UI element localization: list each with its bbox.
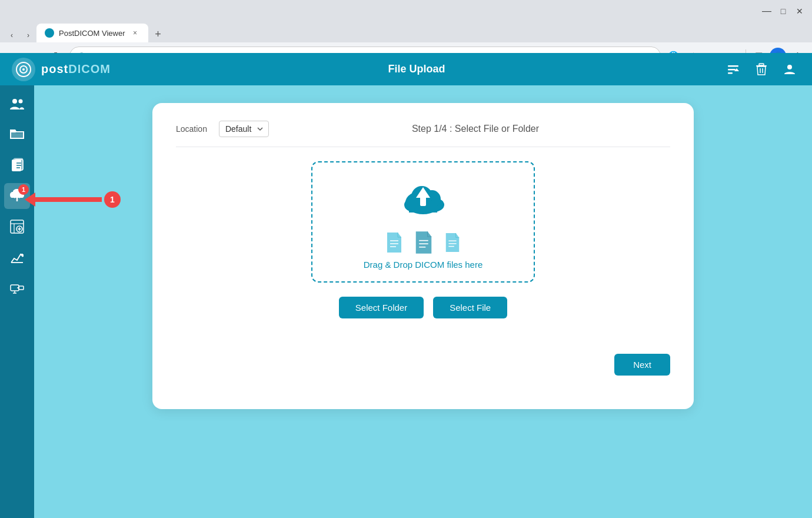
patients-icon xyxy=(9,97,25,112)
svg-point-11 xyxy=(787,65,792,69)
upload-panel: Location Default Step 1/4 : Select File … xyxy=(152,103,694,409)
drop-text: Drag & Drop DICOM files here xyxy=(364,260,483,270)
browser-titlebar: — □ ✕ xyxy=(0,0,812,22)
delete-button[interactable] xyxy=(751,59,772,80)
maximize-button[interactable]: □ xyxy=(776,4,791,19)
top-nav-actions xyxy=(723,59,800,80)
drop-zone[interactable]: Drag & Drop DICOM files here xyxy=(311,161,535,283)
sidebar-item-folders[interactable] xyxy=(4,122,30,148)
sort-icon xyxy=(727,63,740,76)
file-icons-row xyxy=(385,230,461,255)
next-btn-row: Next xyxy=(176,354,670,376)
worklist-icon xyxy=(9,219,25,234)
browser-chrome: — □ ✕ ‹ › PostDICOM Viewer × + ← → ↻ 🔒 g… xyxy=(0,0,812,53)
top-nav: postDICOM File Upload xyxy=(0,53,812,85)
file-icon-3 xyxy=(444,232,461,253)
window-close-button[interactable]: ✕ xyxy=(792,4,807,19)
trash-icon xyxy=(756,63,767,76)
logo-icon xyxy=(12,58,35,81)
minimize-button[interactable]: — xyxy=(759,4,774,19)
svg-rect-4 xyxy=(728,69,736,71)
sidebar: 1 xyxy=(0,85,34,518)
svg-point-13 xyxy=(19,99,23,104)
user-icon xyxy=(783,63,796,76)
new-tab-button[interactable]: + xyxy=(149,26,166,42)
sidebar-item-patients[interactable] xyxy=(4,91,30,117)
tab-title-text: PostDICOM Viewer xyxy=(59,29,125,38)
user-button[interactable] xyxy=(779,59,800,80)
logo-svg xyxy=(15,61,32,78)
tab-back-btn[interactable]: ‹ xyxy=(5,28,19,42)
next-button[interactable]: Next xyxy=(614,354,670,376)
sidebar-item-worklist[interactable] xyxy=(4,214,30,240)
folders-icon xyxy=(9,128,25,141)
file-icon-1 xyxy=(385,231,404,254)
svg-point-12 xyxy=(12,99,17,104)
svg-rect-29 xyxy=(19,286,24,290)
select-file-button[interactable]: Select File xyxy=(433,297,507,318)
button-row: Select Folder Select File xyxy=(176,297,670,318)
reports-icon xyxy=(9,250,25,265)
logo-text: postDICOM xyxy=(41,62,111,76)
browser-tab-active[interactable]: PostDICOM Viewer × xyxy=(36,24,148,42)
remote-icon xyxy=(9,280,25,295)
app-container: postDICOM File Upload xyxy=(0,53,812,518)
location-select[interactable]: Default xyxy=(219,121,269,137)
step-label: Step 1/4 : Select File or Folder xyxy=(281,124,670,134)
svg-rect-5 xyxy=(728,72,733,74)
panel-header: Location Default Step 1/4 : Select File … xyxy=(176,121,670,147)
svg-rect-42 xyxy=(420,197,426,206)
sort-button[interactable] xyxy=(723,59,744,80)
upload-badge: 1 xyxy=(18,184,29,195)
sidebar-item-upload[interactable]: 1 xyxy=(4,183,30,209)
tab-forward-btn[interactable]: › xyxy=(21,28,35,42)
page-title: File Upload xyxy=(111,63,723,75)
sidebar-item-documents[interactable] xyxy=(4,152,30,178)
location-label: Location xyxy=(176,124,207,134)
cloud-upload-icon xyxy=(400,180,447,221)
svg-point-2 xyxy=(22,68,25,71)
logo-text-accent: DICOM xyxy=(68,62,111,75)
file-icon-2 xyxy=(413,230,434,255)
select-folder-button[interactable]: Select Folder xyxy=(339,297,424,318)
tab-bar: ‹ › PostDICOM Viewer × + xyxy=(0,22,812,42)
main-content: Location Default Step 1/4 : Select File … xyxy=(34,85,812,518)
logo: postDICOM xyxy=(12,58,111,81)
tab-close-button[interactable]: × xyxy=(129,28,140,38)
sidebar-item-remote[interactable] xyxy=(4,275,30,301)
svg-rect-3 xyxy=(728,65,738,67)
svg-rect-8 xyxy=(759,64,764,65)
sidebar-item-reports[interactable] xyxy=(4,244,30,270)
documents-icon xyxy=(11,158,24,173)
tab-favicon xyxy=(45,28,54,38)
